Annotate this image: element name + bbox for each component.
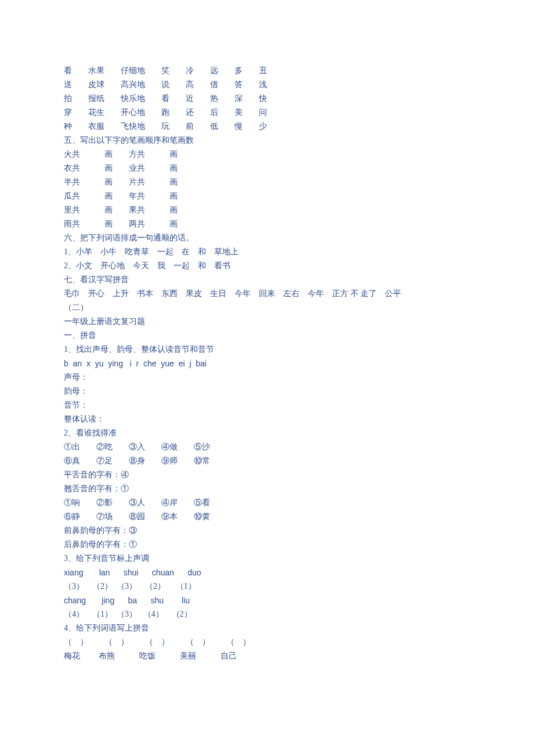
option-line: ⑥真 ⑦足 ⑧身 ⑨师 ⑩常 xyxy=(64,454,470,468)
answer-label: 音节： xyxy=(64,398,470,412)
section-heading: 一、拼音 xyxy=(64,329,470,343)
text-line: 雨共 画 两共 画 xyxy=(64,217,470,231)
text-line: 火共 画 方共 画 xyxy=(64,147,470,161)
pinyin-line: chang jing ba shu liu xyxy=(64,593,470,607)
section-heading: （二） xyxy=(64,301,470,315)
question-line: 4、给下列词语写上拼音 xyxy=(64,621,470,635)
option-line: ⑥静 ⑦场 ⑧园 ⑨本 ⑩黄 xyxy=(64,510,470,524)
answer-line: 平舌音的字有：④ xyxy=(64,468,470,482)
text-line: 毛巾 开心 上升 书本 东西 果皮 生日 今年 回来 左右 今年 正方 不 走了… xyxy=(64,287,470,301)
question-line: 1、找出声母、韵母、整体认读音节和音节 xyxy=(64,343,470,357)
answer-line: 后鼻韵母的字有：① xyxy=(64,538,470,552)
answer-label: 整体认读： xyxy=(64,412,470,426)
tone-line: （3） （2） （3） （2） （1） xyxy=(64,579,470,593)
answer-label: 声母： xyxy=(64,370,470,384)
document-page: 看 水果 仔细地 笑 冷 远 多 丑 送 皮球 高兴地 说 高 借 答 浅 拍 … xyxy=(0,0,534,710)
subtitle: 一年级上册语文复习题 xyxy=(64,315,470,329)
text-line: 衣共 画 业共 画 xyxy=(64,161,470,175)
pinyin-line: xiang lan shui chuan duo xyxy=(64,566,470,579)
pinyin-line: b an x yu ying i r che yue ei j bai xyxy=(64,357,470,370)
section-heading: 五、写出以下字的笔画顺序和笔画数 xyxy=(64,134,470,147)
section-heading: 六、把下列词语排成一句通顺的话。 xyxy=(64,231,470,245)
text-line: 2、小文 开心地 今天 我 一起 和 看书 xyxy=(64,259,470,273)
text-line: 看 水果 仔细地 笑 冷 远 多 丑 xyxy=(64,64,470,78)
option-line: ①响 ②影 ③人 ④岸 ⑤看 xyxy=(64,496,470,510)
text-line: 拍 报纸 快乐地 看 近 热 深 快 xyxy=(64,92,470,106)
answer-line: 翘舌音的字有：① xyxy=(64,482,470,496)
word-line: 梅花 布熊 吃饭 美丽 自己 xyxy=(64,649,470,663)
text-line: 瓜共 画 年共 画 xyxy=(64,189,470,203)
text-line: 半共 画 片共 画 xyxy=(64,175,470,189)
answer-label: 韵母： xyxy=(64,384,470,398)
text-line: 送 皮球 高兴地 说 高 借 答 浅 xyxy=(64,78,470,92)
text-line: 1、小羊 小牛 吃青草 一起 在 和 草地上 xyxy=(64,245,470,259)
tone-line: （4） （1） （3） （4） （2） xyxy=(64,607,470,621)
text-line: 里共 画 果共 画 xyxy=(64,203,470,217)
text-line: 种 衣服 飞快地 玩 前 低 慢 少 xyxy=(64,120,470,134)
blank-parentheses-line: （ ） （ ） （ ） （ ） （ ） xyxy=(64,635,470,649)
text-line: 穿 花生 开心地 跑 还 后 美 问 xyxy=(64,106,470,120)
answer-line: 前鼻韵母的字有：③ xyxy=(64,524,470,538)
question-line: 3、给下列音节标上声调 xyxy=(64,552,470,566)
option-line: ①出 ②吃 ③入 ④做 ⑤沙 xyxy=(64,440,470,454)
section-heading: 七、看汉字写拼音 xyxy=(64,273,470,287)
question-line: 2、看谁找得准 xyxy=(64,426,470,440)
